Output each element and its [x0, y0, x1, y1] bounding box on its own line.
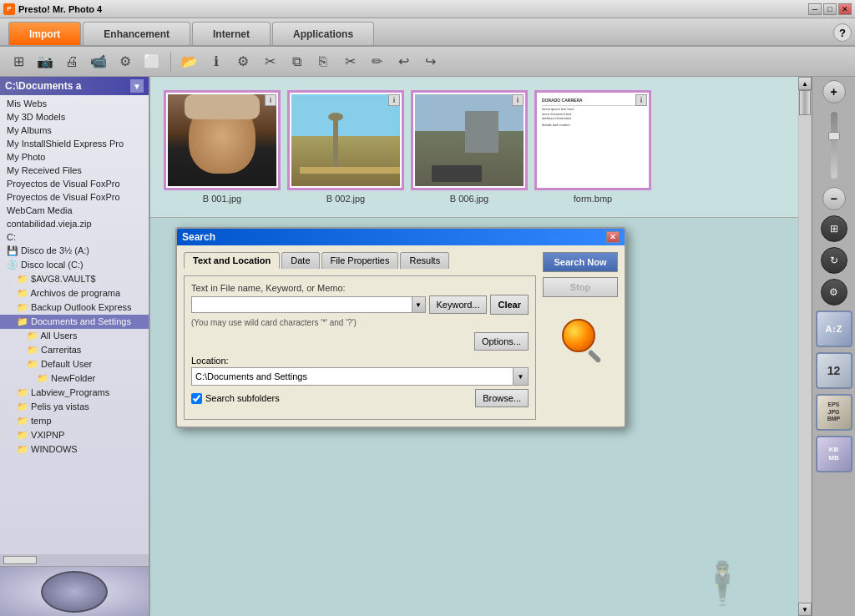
thumb-info-btn-4[interactable]: i	[635, 94, 647, 106]
sort-az-button[interactable]: A↕Z	[816, 311, 852, 347]
sidebar-item-zip[interactable]: contabilidad.vieja.zip	[0, 217, 149, 230]
sidebar-item-installshield[interactable]: My InstallShield Express Pro	[0, 137, 149, 150]
figure-decoration: 🕴	[696, 559, 748, 608]
thumbnail-2[interactable]: i B 002.jpg	[287, 90, 404, 204]
sidebar-item-newfolder[interactable]: 📁 NewFolder	[0, 371, 149, 386]
tab-results[interactable]: Results	[400, 252, 449, 269]
sidebar-h-scrollbar[interactable]	[0, 554, 149, 566]
toolbar-btn-info[interactable]: ℹ	[205, 50, 228, 73]
thumb-info-btn-3[interactable]: i	[512, 94, 524, 106]
sidebar-item-temp[interactable]: 📁 temp	[0, 414, 149, 428]
rotate-button[interactable]: ↻	[821, 247, 847, 274]
zoom-out-button[interactable]: −	[822, 187, 846, 210]
sidebar-item-vxipnp[interactable]: 📁 VXIPNP	[0, 428, 149, 442]
thumbnail-3[interactable]: i B 006.jpg	[411, 90, 528, 204]
dialog-close-button[interactable]: ✕	[606, 231, 620, 243]
sidebar-item-proyectos-2[interactable]: Proyectos de Visual FoxPro	[0, 190, 149, 204]
sidebar-item-webcam[interactable]: WebCam Media	[0, 204, 149, 217]
sidebar-item-windows[interactable]: 📁 WINDOWS	[0, 442, 149, 457]
sidebar-scroll[interactable]: Mis Webs My 3D Models My Albums My Insta…	[0, 95, 149, 554]
toolbar-btn-tools[interactable]: ⚙	[114, 50, 137, 73]
text-search-label: Text in File name, Keyword, or Memo:	[191, 283, 529, 293]
sidebar-item-disk-c[interactable]: 💿 Disco local (C:)	[0, 258, 149, 272]
sidebar-item-my-photo[interactable]: My Photo	[0, 150, 149, 164]
tab-enhancement[interactable]: Enhancement	[83, 22, 190, 45]
tab-applications[interactable]: Applications	[272, 22, 374, 45]
sidebar-header[interactable]: C:\Documents a ▼	[0, 77, 149, 95]
sidebar-dropdown-arrow[interactable]: ▼	[130, 79, 144, 93]
search-subfolders-checkbox[interactable]	[191, 393, 202, 404]
sidebar-item-avg[interactable]: 📁 $AVG8.VAULT$	[0, 272, 149, 286]
sidebar-item-archivos[interactable]: 📁 Archivos de programa	[0, 286, 149, 300]
browse-button[interactable]: Browse...	[475, 389, 529, 407]
scrollbar-track[interactable]	[799, 90, 811, 603]
location-dropdown-arrow[interactable]: ▼	[514, 367, 529, 386]
sidebar-item-backup[interactable]: 📁 Backup Outlook Express	[0, 300, 149, 315]
format-button[interactable]: EPSJPGBMP	[816, 394, 852, 431]
sidebar-item-received-files[interactable]: My Received Files	[0, 164, 149, 177]
sidebar-item-3d-models[interactable]: My 3D Models	[0, 110, 149, 124]
scrollbar-down-btn[interactable]: ▼	[798, 603, 812, 616]
keyword-input-container[interactable]: ▼	[191, 296, 426, 313]
thumb-info-btn-2[interactable]: i	[388, 94, 400, 106]
maximize-button[interactable]: □	[823, 3, 837, 15]
thumb-info-btn-1[interactable]: i	[265, 94, 276, 106]
tab-internet[interactable]: Internet	[192, 22, 271, 45]
thumbnail-frame-1: i	[164, 90, 281, 190]
calendar-button[interactable]: 12	[816, 352, 852, 389]
toolbar-btn-redo[interactable]: ↪	[418, 50, 442, 73]
options-button[interactable]: Options...	[474, 332, 529, 351]
sidebar-item-labview[interactable]: 📁 Labview_Programs	[0, 386, 149, 400]
tab-date[interactable]: Date	[281, 252, 319, 269]
scrollbar-up-btn[interactable]: ▲	[798, 77, 812, 90]
toolbar-btn-paste[interactable]: ⎘	[311, 50, 335, 73]
clear-button[interactable]: Clear	[490, 295, 529, 315]
thumb-image-2	[291, 94, 400, 186]
close-button[interactable]: ✕	[838, 3, 852, 15]
tab-import[interactable]: Import	[8, 22, 81, 45]
v-scrollbar[interactable]: ▲ ▼	[798, 77, 812, 616]
toolbar-btn-pen[interactable]: ✏	[365, 50, 388, 73]
sidebar-item-c[interactable]: C:	[0, 230, 149, 244]
sidebar-item-carreritas[interactable]: 📁 Carreritas	[0, 343, 149, 357]
toolbar-btn-undo[interactable]: ↩	[392, 50, 415, 73]
sidebar-item-pelis[interactable]: 📁 Pelis ya vistas	[0, 400, 149, 414]
toolbar-btn-cut[interactable]: ✂	[258, 50, 281, 73]
minimize-button[interactable]: ─	[808, 3, 822, 15]
stop-button[interactable]: Stop	[543, 277, 618, 297]
toolbar-btn-edit[interactable]: ✂	[338, 50, 362, 73]
thumbnail-4[interactable]: DORADO CARRERA lorem ipsum text here mor…	[534, 90, 651, 204]
sidebar-item-documents-settings[interactable]: 📁 Documents and Settings	[0, 315, 149, 329]
toolbar-btn-camera[interactable]: 📷	[33, 50, 57, 73]
sidebar-item-all-users[interactable]: 📁 All Users	[0, 329, 149, 343]
toolbar-btn-display[interactable]: ⬜	[140, 50, 164, 73]
sidebar-item-proyectos-1[interactable]: Proyectos de Visual FoxPro	[0, 177, 149, 190]
size-button[interactable]: KBMB	[816, 436, 852, 472]
toolbar-btn-copy[interactable]: ⧉	[285, 50, 308, 73]
tab-file-properties[interactable]: File Properties	[321, 252, 399, 269]
sidebar-item-albums[interactable]: My Albums	[0, 124, 149, 137]
zoom-handle[interactable]	[828, 132, 840, 140]
toolbar-btn-settings[interactable]: ⚙	[231, 50, 255, 73]
scrollbar-thumb[interactable]	[799, 90, 811, 115]
search-now-button[interactable]: Search Now	[543, 252, 618, 272]
settings-button-right[interactable]: ⚙	[821, 279, 847, 305]
location-input-container[interactable]: C:\Documents and Settings ▼	[191, 367, 529, 386]
tab-text-location[interactable]: Text and Location	[184, 252, 280, 269]
zoom-in-button[interactable]: +	[822, 80, 846, 104]
h-scrollbar-thumb[interactable]	[3, 556, 37, 564]
toolbar-btn-video[interactable]: 📹	[87, 50, 110, 73]
sidebar-item-mis-webs[interactable]: Mis Webs	[0, 97, 149, 110]
keyword-input-arrow[interactable]: ▼	[412, 297, 425, 312]
sidebar-item-default-user[interactable]: 📁 Default User	[0, 357, 149, 371]
toolbar-btn-scan[interactable]: 🖨	[60, 50, 83, 73]
sidebar-item-disk-a[interactable]: 💾 Disco de 3½ (A:)	[0, 244, 149, 258]
keyword-input[interactable]	[192, 299, 412, 311]
toolbar-btn-1[interactable]: ⊞	[7, 50, 30, 73]
help-button[interactable]: ?	[833, 23, 852, 42]
toolbar-btn-folder[interactable]: 📂	[178, 50, 201, 73]
grid-view-button[interactable]: ⊞	[821, 215, 847, 242]
keyword-button[interactable]: Keyword...	[429, 295, 488, 314]
thumbnail-1[interactable]: i B 001.jpg	[164, 90, 281, 204]
zoom-slider[interactable]	[831, 112, 837, 179]
